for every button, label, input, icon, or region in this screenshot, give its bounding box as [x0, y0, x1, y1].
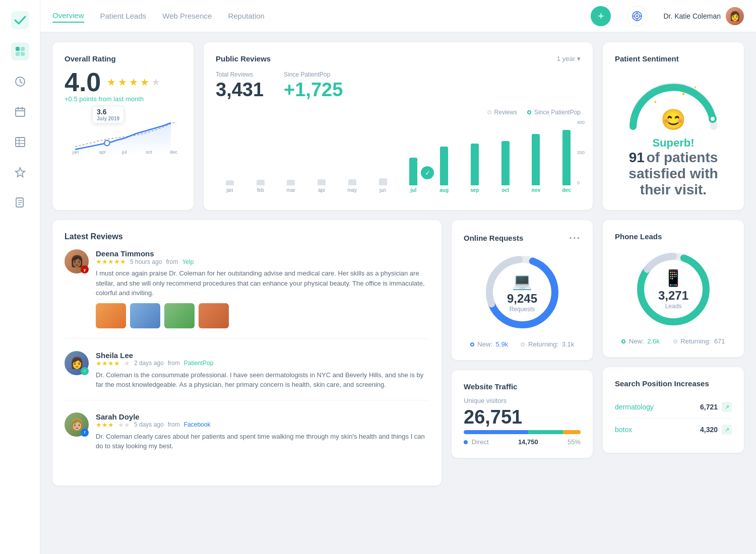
search-pos-item-botox: botox 4,320 ↗: [615, 419, 732, 441]
more-options[interactable]: ···: [569, 232, 581, 244]
unique-visitors-value: 26,751: [464, 406, 581, 428]
reviewer-avatar: 👩🏼 f: [65, 412, 89, 437]
online-requests-card: Online Requests ··· 💻 9: [452, 220, 593, 360]
review-meta: ★★★★★ 5 hours ago from Yelp: [96, 258, 429, 265]
search-position-title: Search Position Increases: [615, 379, 732, 388]
search-pos-right: 6,721 ↗: [700, 402, 732, 412]
since-pp-label: Since PatientPop: [284, 71, 343, 78]
bar-chart: 4002000: [216, 120, 581, 185]
review-content: Sheila Lee ★★★★★ 2 days ago from Patient…: [96, 351, 429, 390]
website-traffic-title: Website Traffic: [464, 382, 581, 391]
svg-text:✦: ✦: [681, 91, 686, 98]
svg-text:apr: apr: [99, 149, 106, 155]
svg-point-26: [104, 141, 110, 146]
rating-tooltip: 3.6 July 2019: [92, 106, 124, 123]
unique-visitors-label: Unique visitors: [464, 397, 581, 404]
reviewer-name: Deena Timmons: [96, 249, 429, 258]
online-requests-stats: New: 5.9k Returning: 3.1k: [464, 340, 581, 348]
target-icon[interactable]: [627, 6, 647, 26]
svg-rect-10: [16, 137, 25, 147]
rating-change: +0.5 points from last month: [65, 95, 181, 103]
svg-rect-2: [21, 47, 25, 51]
nav-item-web-presence[interactable]: Web Presence: [162, 10, 212, 22]
svg-point-35: [711, 117, 715, 121]
svg-rect-1: [16, 47, 20, 51]
search-pos-right: 4,320 ↗: [700, 425, 732, 435]
search-pos-arrow: ↗: [722, 425, 732, 435]
website-traffic-card: Website Traffic Unique visitors 26,751 D…: [452, 370, 593, 458]
phone-leads-title: Phone Leads: [615, 232, 732, 241]
svg-text:✦: ✦: [653, 99, 657, 105]
sidebar-logo[interactable]: [10, 10, 30, 30]
sidebar: [0, 0, 40, 554]
svg-point-21: [636, 15, 638, 17]
sentiment-percent: 91 of patients satisfied with their visi…: [615, 150, 732, 198]
review-item: 👩🏼 f Sarah Doyle ★★★★★ 5 days ago from F…: [65, 412, 429, 461]
review-item: 👩🏾 y Deena Timmons ★★★★★ 5 hours ago fro…: [65, 249, 429, 339]
star-3: ★: [129, 76, 138, 88]
nav-item-patient-leads[interactable]: Patient Leads: [100, 10, 147, 22]
total-reviews-label: Total Reviews: [216, 71, 264, 78]
search-position-card: Search Position Increases dermatology 6,…: [603, 367, 744, 453]
overall-rating-card: Overall Rating 4.0 ★ ★ ★ ★ ★ +0.5 points…: [52, 42, 194, 210]
nav-item-overview[interactable]: Overview: [52, 9, 84, 23]
review-content: Deena Timmons ★★★★★ 5 hours ago from Yel…: [96, 249, 429, 328]
calendar-icon[interactable]: [11, 103, 29, 121]
traffic-direct-row: Direct 14,750 55%: [464, 438, 581, 446]
phone-leads-donut: 📱 3,271 Leads: [615, 249, 732, 329]
svg-marker-14: [16, 168, 25, 177]
reviewer-avatar: 👩🏾 y: [65, 249, 89, 273]
public-reviews-title: Public Reviews: [216, 54, 271, 63]
svg-text:✓: ✓: [424, 169, 430, 177]
nav-item-reputation[interactable]: Reputation: [228, 10, 265, 22]
total-reviews-value: 3,431: [216, 79, 264, 101]
online-requests-donut: 💻 9,245 Requests: [464, 252, 581, 332]
star-1: ★: [107, 76, 116, 88]
user-name: Dr. Katie Coleman: [663, 12, 721, 20]
sentiment-face: 😊: [661, 108, 686, 131]
svg-text:✦: ✦: [694, 85, 697, 90]
search-pos-arrow: ↗: [722, 402, 732, 412]
latest-reviews-card: Latest Reviews 👩🏾 y Deena Timmons ★★★★★ …: [52, 220, 442, 486]
since-pp-value: +1,725: [284, 79, 343, 101]
legend-reviews: Reviews: [487, 109, 517, 116]
star-icon[interactable]: [11, 163, 29, 181]
review-text: I must once again praise Dr. Coleman for…: [96, 268, 429, 298]
direct-dot: [464, 440, 468, 444]
traffic-progress-bar: [464, 430, 581, 434]
phone-leads-card: Phone Leads 📱 3,271 Leads: [603, 220, 744, 357]
donut-center: 💻 9,245 Requests: [507, 271, 537, 313]
top-navigation: Overview Patient Leads Web Presence Repu…: [40, 0, 756, 32]
rating-value: 4.0: [65, 69, 101, 95]
star-5: ★: [151, 76, 160, 88]
review-text: Dr. Coleman clearly cares about her pati…: [96, 432, 429, 451]
avatar: 👩: [726, 7, 744, 25]
add-button[interactable]: +: [591, 6, 611, 26]
gallery-icon[interactable]: [11, 42, 29, 60]
sentiment-label: Superb!: [615, 136, 732, 150]
gauge-chart: ✦ ✦ ✦ 😊: [615, 71, 732, 136]
svg-rect-4: [21, 52, 25, 56]
review-item: 👩 ✓ Sheila Lee ★★★★★ 2 days ago from Pat…: [65, 351, 429, 400]
time-filter[interactable]: 1 year ▾: [557, 55, 581, 62]
legend-since-pp: Since PatientPop: [527, 109, 581, 116]
pp-pin-icon: ✓: [420, 166, 434, 182]
svg-text:oct: oct: [146, 149, 152, 155]
overall-rating-title: Overall Rating: [65, 54, 181, 63]
user-profile[interactable]: Dr. Katie Coleman 👩: [663, 7, 744, 25]
reviewer-name: Sheila Lee: [96, 351, 429, 360]
patient-sentiment-card: Patient Sentiment ✦ ✦ ✦: [603, 42, 744, 210]
bar-labels: janfebmaraprmayjunjulaugsepoctnovdec: [216, 187, 581, 193]
reviewer-avatar: 👩 ✓: [65, 351, 89, 375]
svg-text:dec: dec: [170, 149, 178, 155]
svg-text:jul: jul: [121, 149, 127, 155]
star-2: ★: [118, 76, 127, 88]
table-icon[interactable]: [11, 133, 29, 151]
online-requests-title: Online Requests ···: [464, 232, 581, 244]
document-icon[interactable]: [11, 193, 29, 212]
donut-center: 📱 3,271 Leads: [658, 268, 688, 310]
svg-rect-0: [11, 11, 29, 29]
svg-rect-3: [16, 52, 20, 56]
review-meta: ★★★★★ 5 days ago from Facebook: [96, 421, 429, 429]
clock-icon[interactable]: [11, 73, 29, 91]
